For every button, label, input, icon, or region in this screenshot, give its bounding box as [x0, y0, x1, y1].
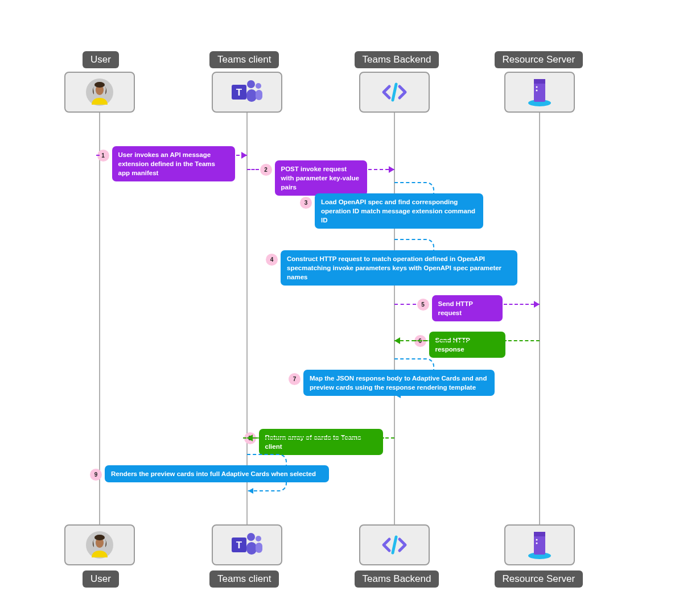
svg-point-14	[94, 535, 105, 540]
svg-rect-7	[256, 90, 262, 100]
step-8-text: Return array of cards to Teams client	[259, 429, 383, 455]
step-4-badge: 4	[266, 254, 278, 266]
arrow-6-b	[394, 340, 507, 341]
svg-point-4	[247, 80, 255, 88]
svg-rect-6	[246, 89, 257, 102]
arrow-1-a	[96, 155, 100, 156]
svg-point-5	[256, 83, 261, 89]
actor-label-bottom-backend: Teams Backend	[355, 570, 439, 588]
actor-label-backend: Teams Backend	[355, 51, 439, 68]
actor-box-user	[64, 72, 135, 113]
actor-label-client: Teams client	[209, 51, 279, 68]
step-9-badge: 9	[90, 469, 102, 481]
arrow-8-b	[247, 437, 384, 439]
arrowhead-8	[247, 435, 253, 441]
svg-point-1	[94, 82, 105, 88]
step-7-text: Map the JSON response body to Adaptive C…	[303, 370, 495, 396]
actor-box-bottom-client: T	[212, 524, 282, 565]
step-7-badge: 7	[289, 373, 301, 385]
arrow-2-a	[247, 169, 259, 170]
step-9-text: Renders the preview cards into full Adap…	[105, 465, 329, 482]
svg-rect-10	[534, 79, 545, 84]
actor-label-bottom-resource: Resource Server	[495, 570, 583, 588]
step-4-text: Construct HTTP request to match operatio…	[281, 250, 517, 286]
actor-box-bottom-user	[64, 524, 135, 565]
svg-point-12	[536, 90, 538, 92]
svg-point-11	[536, 86, 538, 88]
step-6-text: Send HTTP response	[429, 332, 505, 358]
step-5-text: Send HTTP request	[432, 295, 503, 321]
step-3-text: Load OpenAPI spec and find corresponding…	[315, 193, 483, 229]
actor-box-backend	[359, 72, 430, 113]
svg-point-17	[247, 533, 255, 541]
sequence-diagram: UserTeams clientTTeams BackendResource S…	[0, 0, 683, 616]
arrowhead-1	[241, 152, 247, 159]
step-5-badge: 5	[417, 299, 429, 311]
arrow-5-a	[394, 304, 416, 305]
svg-rect-23	[534, 532, 545, 536]
arrowhead-5	[534, 301, 540, 308]
actor-box-bottom-resource	[504, 524, 575, 565]
lifeline-backend	[394, 113, 395, 524]
svg-text:T: T	[236, 540, 242, 551]
svg-point-18	[256, 536, 261, 541]
arrowhead-6	[394, 337, 400, 344]
actor-box-bottom-backend	[359, 524, 430, 565]
lifeline-resource	[539, 113, 540, 524]
svg-point-24	[536, 539, 538, 541]
svg-point-25	[536, 543, 538, 544]
step-2-badge: 2	[260, 164, 272, 176]
lifeline-user	[99, 113, 100, 524]
step-2-text: POST invoke request with parameter key-v…	[275, 160, 367, 196]
actor-label-resource: Resource Server	[495, 51, 583, 68]
actor-box-resource	[504, 72, 575, 113]
svg-rect-20	[256, 543, 262, 553]
actor-label-bottom-user: User	[83, 570, 119, 588]
arrowhead-2	[389, 166, 394, 173]
actor-label-bottom-client: Teams client	[209, 570, 279, 588]
actor-label-user: User	[83, 51, 119, 68]
actor-box-client: T	[212, 72, 282, 113]
selfloop-arrow-9	[248, 488, 253, 494]
step-3-badge: 3	[300, 197, 312, 209]
step-1-text: User invokes an API message extension de…	[112, 146, 235, 181]
svg-rect-19	[246, 542, 257, 555]
svg-text:T: T	[236, 87, 242, 98]
